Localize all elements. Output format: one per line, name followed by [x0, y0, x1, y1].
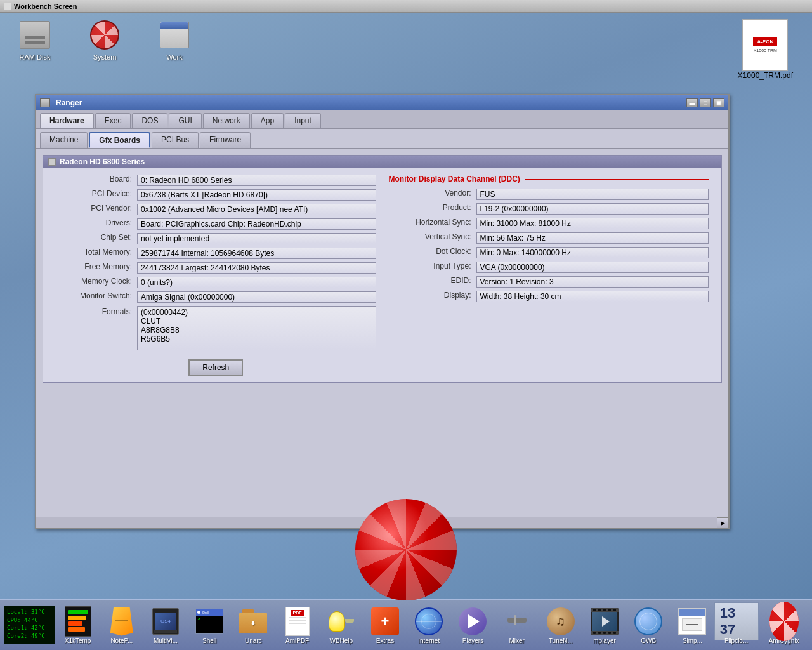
clock-time: 13 37 [720, 605, 753, 638]
desktop: Workbench Screen RAM Disk System [0, 0, 812, 650]
total-mem-row: Total Memory: 259871744 Internal: 105696… [56, 248, 376, 259]
formats-row: Formats: (0x00000442) CLUT A8R8G8B8 R5G6… [56, 306, 376, 350]
taskbar-x1ktemp[interactable]: X1kTemp [57, 607, 98, 644]
work-icon[interactable]: Work [152, 19, 197, 61]
free-mem-label: Free Memory: [56, 262, 132, 274]
pci-device-row: PCI Device: 0x6738 (Barts XT [Radeon HD … [56, 189, 376, 201]
pdf-icon-img: A-EON X1000 TRM [742, 19, 788, 71]
taskbar-amicygnix[interactable]: AmiCygnix [759, 607, 808, 644]
right-panel: Monitor Display Data Channel (DDC) Vendo… [383, 175, 716, 376]
pdf-subtitle: X1000 TRM [754, 48, 777, 53]
mplayer-label: mplayer [593, 637, 616, 644]
title-bar-close-btn[interactable] [4, 3, 11, 10]
tab-network[interactable]: Network [203, 113, 250, 128]
taskbar-extras[interactable]: + Extras [364, 607, 405, 644]
vendor-label: Vendor: [389, 189, 471, 200]
system-monitor: Local: 31°C CPU: 44°C Core1: 42°C Core2:… [4, 606, 55, 644]
pci-vendor-row: PCI Vendor: 0x1002 (Advanced Micro Devic… [56, 204, 376, 215]
ranger-maximize-btn[interactable]: □ [700, 98, 711, 107]
refresh-container: Refresh [56, 354, 376, 376]
hsync-row: Horizontal Sync: Min: 31000 Max: 81000 H… [389, 218, 709, 229]
mplayer-icon [590, 607, 619, 636]
system-label: System [93, 53, 117, 61]
tab-exec[interactable]: Exec [95, 113, 131, 128]
shell-icon: Shell > _ [195, 607, 224, 636]
vsync-label: Vertical Sync: [389, 232, 471, 244]
board-header: Radeon HD 6800 Series [43, 156, 721, 168]
tab-app[interactable]: App [251, 113, 284, 128]
drivers-row: Drivers: Board: PCIGraphics.card Chip: R… [56, 218, 376, 230]
vendor-row: Vendor: FUS [389, 189, 709, 200]
notep-label: NoteP... [110, 637, 133, 644]
dotclock-value: Min: 0 Max: 140000000 Hz [476, 247, 709, 258]
free-mem-value: 244173824 Largest: 244142080 Bytes [137, 262, 376, 274]
pdf-desktop-icon[interactable]: A-EON X1000 TRM X1000_TRM.pdf [738, 19, 793, 80]
tab-gui[interactable]: GUI [169, 113, 201, 128]
formats-list[interactable]: (0x00000442) CLUT A8R8G8B8 R5G6B5 [137, 306, 376, 350]
subtab-machine[interactable]: Machine [40, 132, 88, 148]
taskbar-unarc[interactable]: ⬇ Unarc [233, 607, 274, 644]
internet-label: Internet [418, 637, 440, 644]
taskbar: Local: 31°C CPU: 44°C Core1: 42°C Core2:… [0, 599, 812, 650]
hsync-value: Min: 31000 Max: 81000 Hz [476, 218, 709, 229]
unarc-label: Unarc [245, 637, 262, 644]
tab-hardware[interactable]: Hardware [40, 113, 94, 128]
players-icon [458, 607, 487, 636]
dotclock-label: Dot Clock: [389, 247, 471, 258]
vsync-value: Min: 56 Max: 75 Hz [476, 232, 709, 244]
system-image [89, 19, 121, 51]
input-type-value: VGA (0x00000000) [476, 262, 709, 273]
multivi-label: MultiVi... [154, 637, 178, 644]
taskbar-players[interactable]: Players [452, 607, 494, 644]
ranger-minimize-btn[interactable]: ▬ [686, 98, 698, 107]
product-value: L19-2 (0x00000000) [476, 203, 709, 215]
taskbar-simp[interactable]: Simp... [672, 607, 713, 644]
chipset-label: Chip Set: [56, 233, 132, 244]
taskbar-amipdf[interactable]: PDF AmiPDF [277, 607, 318, 644]
taskbar-shell[interactable]: Shell > _ Shell [189, 607, 230, 644]
sub-tab-bar: Machine Gfx Boards PCI Bus Firmware [36, 129, 728, 149]
format-item-0: (0x00000442) [141, 308, 372, 317]
extras-icon: + [370, 607, 400, 636]
free-mem-row: Free Memory: 244173824 Largest: 24414208… [56, 262, 376, 274]
temp-core2: Core2: 49°C [7, 632, 51, 640]
taskbar-mplayer[interactable]: mplayer [584, 607, 625, 644]
subtab-pci[interactable]: PCI Bus [152, 132, 199, 148]
shell-label: Shell [202, 637, 216, 644]
taskbar-mixer[interactable]: Mixer [496, 607, 537, 644]
chipset-value: not yet implemented [137, 233, 376, 244]
subtab-firmware[interactable]: Firmware [200, 132, 251, 148]
pci-device-label: PCI Device: [56, 189, 132, 201]
subtab-gfx[interactable]: Gfx Boards [89, 132, 150, 148]
taskbar-notep[interactable]: NoteP... [101, 607, 142, 644]
board-label: Board: [56, 175, 132, 186]
ram-disk-icon[interactable]: RAM Disk [13, 19, 57, 61]
unarc-icon: ⬇ [239, 607, 268, 636]
content-area: Radeon HD 6800 Series Board: 0: Radeon H… [36, 149, 728, 517]
ram-disk-label: RAM Disk [20, 53, 51, 61]
taskbar-multivi[interactable]: OS4 MultiVi... [145, 607, 186, 644]
edid-label: EDID: [389, 276, 471, 288]
taskbar-internet[interactable]: Internet [409, 607, 450, 644]
ranger-window-controls: ▬ □ ▣ [686, 98, 724, 107]
display-row: Display: Width: 38 Height: 30 cm [389, 291, 709, 302]
ranger-restore-btn[interactable]: ▣ [713, 98, 724, 107]
taskbar-flipclo[interactable]: 13 37 Flipclo... [716, 607, 757, 644]
system-icon[interactable]: System [82, 19, 127, 61]
display-value: Width: 38 Height: 30 cm [476, 291, 709, 302]
edid-value: Version: 1 Revision: 3 [476, 276, 709, 288]
owb-icon [634, 607, 663, 636]
pdf-label: X1000_TRM.pdf [738, 71, 793, 80]
mem-clock-value: 0 (units?) [137, 277, 376, 288]
taskbar-tunen[interactable]: ♫ TuneN... [540, 607, 581, 644]
multivi-icon: OS4 [151, 607, 180, 636]
desktop-icon-area: RAM Disk System Work [13, 19, 197, 61]
refresh-button[interactable]: Refresh [188, 359, 243, 376]
flipclo-label: Flipclo... [724, 637, 748, 644]
scroll-right-btn[interactable]: ▶ [717, 517, 728, 529]
tab-input[interactable]: Input [285, 113, 321, 128]
tab-dos[interactable]: DOS [132, 113, 167, 128]
taskbar-wbhelp[interactable]: WBHelp [320, 607, 362, 644]
taskbar-owb[interactable]: OWB [628, 607, 669, 644]
ranger-close-btn[interactable] [40, 98, 50, 107]
